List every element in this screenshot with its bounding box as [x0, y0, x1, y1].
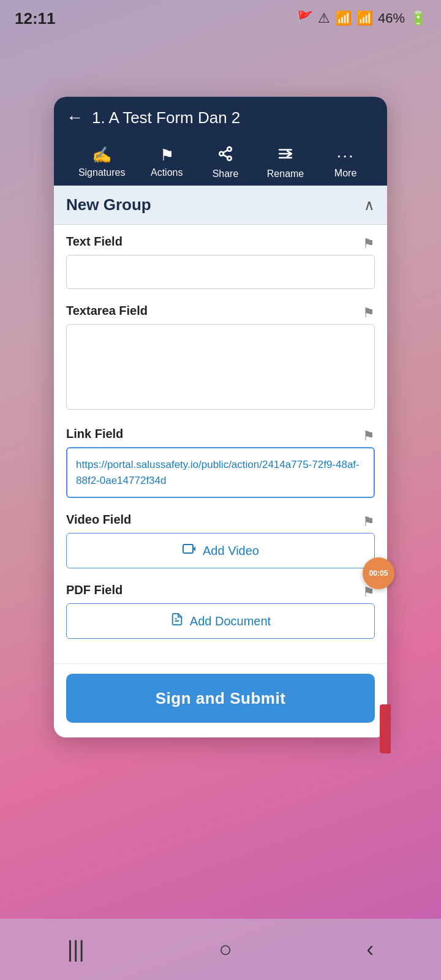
- svg-rect-8: [183, 545, 193, 553]
- toolbar-more[interactable]: ··· More: [321, 141, 370, 186]
- phone-card: ← 1. A Test Form Dan 2 ✍ Signatures ⚑ Ac…: [54, 97, 387, 737]
- more-label: More: [334, 168, 356, 179]
- link-field-value[interactable]: https://portal.salussafety.io/public/act…: [66, 447, 375, 498]
- app-header: ← 1. A Test Form Dan 2 ✍ Signatures ⚑ Ac…: [54, 97, 387, 186]
- signatures-icon: ✍: [92, 146, 111, 165]
- pdf-field-container: PDF Field ⚑ Add Document: [66, 583, 375, 639]
- video-btn-icon: [182, 541, 197, 560]
- video-field-flag[interactable]: ⚑: [363, 514, 375, 530]
- floating-timer-button[interactable]: 00:05: [363, 557, 394, 589]
- battery-icon: 🔋: [410, 10, 426, 26]
- back-button[interactable]: ←: [66, 108, 83, 127]
- rename-label: Rename: [267, 168, 304, 179]
- text-field-input[interactable]: [66, 255, 375, 289]
- group-title: New Group: [66, 195, 151, 214]
- signal-icon: 📶: [356, 10, 373, 26]
- toolbar: ✍ Signatures ⚑ Actions Share: [66, 136, 375, 186]
- text-field-label: Text Field: [66, 235, 123, 249]
- form-content: New Group ∧ Text Field ⚑ Textarea Field …: [54, 186, 387, 663]
- pdf-field-label: PDF Field: [66, 583, 123, 597]
- textarea-field-container: Textarea Field ⚑: [66, 304, 375, 412]
- actions-label: Actions: [151, 167, 183, 178]
- warning-icon: ⚠: [318, 10, 330, 26]
- form-title: 1. A Test Form Dan 2: [92, 108, 240, 127]
- timer-label: 00:05: [369, 569, 388, 578]
- pdf-field-row: PDF Field ⚑: [66, 583, 375, 603]
- toolbar-rename[interactable]: Rename: [260, 141, 311, 186]
- wifi-icon: 📶: [335, 10, 352, 26]
- form-body: Text Field ⚑ Textarea Field ⚑ Link Field…: [54, 225, 387, 663]
- text-field-flag[interactable]: ⚑: [363, 236, 375, 252]
- add-video-label: Add Video: [203, 544, 259, 558]
- svg-line-4: [223, 150, 227, 153]
- share-label: Share: [213, 168, 239, 179]
- link-field-container: Link Field ⚑ https://portal.salussafety.…: [66, 427, 375, 498]
- more-icon: ···: [336, 146, 354, 165]
- text-field-row: Text Field ⚑: [66, 235, 375, 255]
- link-field-label: Link Field: [66, 427, 123, 441]
- submit-area: Sign and Submit: [54, 663, 387, 737]
- battery-level: 46%: [378, 10, 405, 26]
- textarea-field-row: Textarea Field ⚑: [66, 304, 375, 324]
- rename-icon: [277, 146, 293, 166]
- actions-icon: ⚑: [160, 146, 174, 165]
- textarea-field-flag[interactable]: ⚑: [363, 305, 375, 321]
- nav-menu-icon[interactable]: |||: [67, 937, 85, 962]
- link-field-row: Link Field ⚑: [66, 427, 375, 447]
- document-btn-icon: [170, 612, 184, 630]
- share-icon: [217, 146, 233, 166]
- add-video-button[interactable]: Add Video: [66, 533, 375, 568]
- sign-and-submit-button[interactable]: Sign and Submit: [66, 674, 375, 723]
- red-sidebar-indicator: [380, 704, 391, 753]
- group-header[interactable]: New Group ∧: [54, 186, 387, 225]
- nav-home-icon[interactable]: ○: [219, 937, 232, 962]
- toolbar-actions[interactable]: ⚑ Actions: [142, 141, 191, 186]
- video-field-container: Video Field ⚑ Add Video: [66, 513, 375, 568]
- textarea-field-input[interactable]: [66, 324, 375, 410]
- bottom-nav: ||| ○ ‹: [0, 919, 441, 980]
- add-document-button[interactable]: Add Document: [66, 603, 375, 639]
- link-field-flag[interactable]: ⚑: [363, 428, 375, 444]
- status-time: 12:11: [15, 9, 56, 28]
- toolbar-share[interactable]: Share: [201, 141, 250, 186]
- header-title-row: ← 1. A Test Form Dan 2: [66, 108, 375, 127]
- text-field-container: Text Field ⚑: [66, 235, 375, 289]
- svg-line-3: [223, 155, 227, 157]
- flag-status-icon: 🚩: [296, 10, 313, 26]
- toolbar-signatures[interactable]: ✍ Signatures: [71, 141, 133, 186]
- add-document-label: Add Document: [190, 614, 271, 628]
- signatures-label: Signatures: [78, 167, 126, 178]
- nav-back-icon[interactable]: ‹: [366, 937, 374, 962]
- collapse-icon[interactable]: ∧: [364, 197, 375, 214]
- status-bar: 12:11 🚩 ⚠ 📶 📶 46% 🔋: [0, 0, 441, 37]
- status-icons: 🚩 ⚠ 📶 📶 46% 🔋: [296, 10, 426, 26]
- video-field-label: Video Field: [66, 513, 131, 527]
- video-field-row: Video Field ⚑: [66, 513, 375, 533]
- textarea-field-label: Textarea Field: [66, 304, 148, 318]
